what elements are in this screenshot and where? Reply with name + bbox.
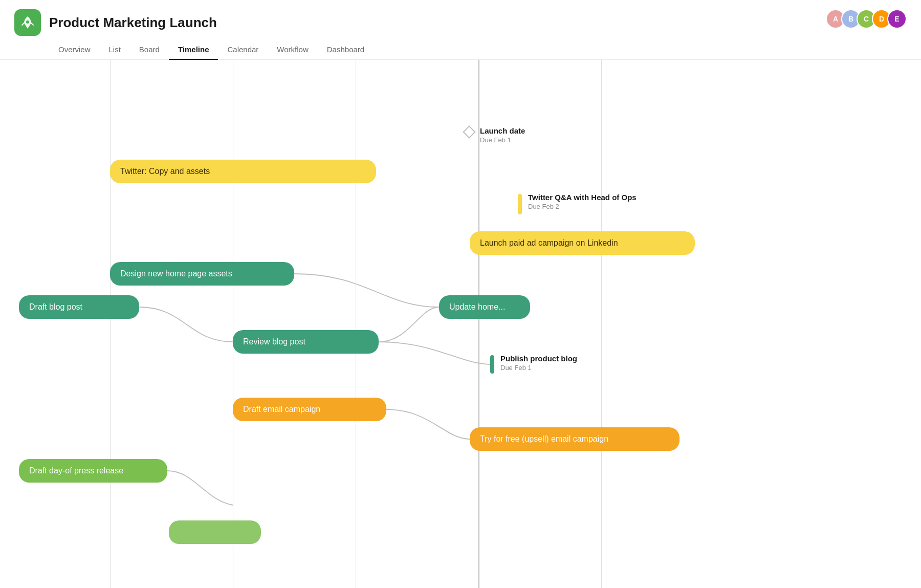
rect-icon (518, 194, 522, 214)
vline-3 (356, 60, 356, 588)
vline-4 (601, 60, 602, 588)
milestone-launch-date: Launch date Due Feb 1 (465, 126, 525, 144)
milestone-twitter-qa: Twitter Q&A with Head of Ops Due Feb 2 (518, 193, 637, 214)
project-title: Product Marketing Launch (49, 15, 217, 31)
task-review-blog[interactable]: Review blog post (233, 330, 379, 354)
milestone-blog-due: Due Feb 1 (500, 364, 577, 372)
tab-dashboard[interactable]: Dashboard (318, 41, 374, 60)
task-draft-press[interactable]: Draft day-of press release (19, 459, 167, 483)
milestone-launch-due: Due Feb 1 (480, 136, 525, 144)
avatars-group: A B C D E (826, 9, 907, 29)
tab-overview[interactable]: Overview (49, 41, 100, 60)
rect-blog-icon (490, 355, 494, 374)
task-update-home[interactable]: Update home... (439, 295, 530, 319)
vline-1 (110, 60, 111, 588)
task-design-home[interactable]: Design new home page assets (110, 262, 294, 286)
task-try-free[interactable]: Try for free (upsell) email campaign (470, 427, 679, 451)
task-draft-blog[interactable]: Draft blog post (19, 295, 139, 319)
svg-point-0 (26, 20, 29, 24)
milestone-blog-title: Publish product blog (500, 354, 577, 363)
task-partial-bottom[interactable] (169, 520, 261, 544)
milestone-publish-blog: Publish product blog Due Feb 1 (490, 354, 577, 374)
main-nav: Overview List Board Timeline Calendar Wo… (0, 36, 921, 60)
task-twitter-copy[interactable]: Twitter: Copy and assets (110, 160, 376, 183)
task-draft-email[interactable]: Draft email campaign (233, 398, 386, 421)
milestone-twitter-title: Twitter Q&A with Head of Ops (528, 193, 637, 202)
connectors-overlay (0, 60, 921, 588)
tab-calendar[interactable]: Calendar (218, 41, 268, 60)
app-logo (14, 9, 41, 36)
avatar-5: E (887, 9, 907, 29)
tab-list[interactable]: List (100, 41, 130, 60)
tab-board[interactable]: Board (130, 41, 169, 60)
task-launch-paid[interactable]: Launch paid ad campaign on Linkedin (470, 231, 695, 255)
timeline-canvas: Twitter: Copy and assets Design new home… (0, 60, 921, 588)
milestone-twitter-due: Due Feb 2 (528, 203, 637, 210)
milestone-launch-title: Launch date (480, 126, 525, 135)
tab-workflow[interactable]: Workflow (268, 41, 317, 60)
app-header: Product Marketing Launch A B C D E (0, 0, 921, 36)
tab-timeline[interactable]: Timeline (169, 41, 218, 60)
diamond-icon (463, 125, 475, 138)
vline-2 (233, 60, 233, 588)
